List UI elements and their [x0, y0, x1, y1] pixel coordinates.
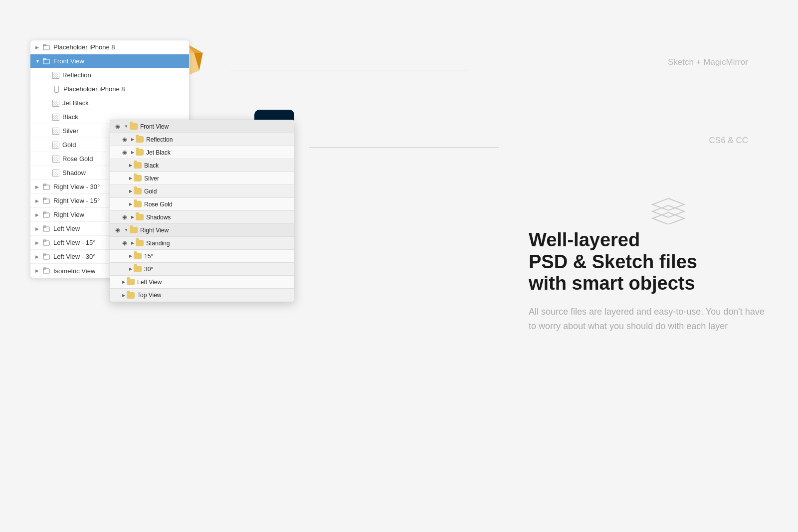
ps-layer-label: 30°	[144, 266, 291, 273]
ps-row-jet-black[interactable]: ▶ Jet Black	[110, 146, 294, 159]
ps-arrow-down: ▼	[124, 228, 128, 232]
slice-icon	[52, 128, 59, 135]
arrow-icon: ▶	[35, 226, 42, 231]
folder-icon	[136, 214, 144, 220]
slice-icon	[52, 142, 59, 149]
ps-layer-label: Black	[144, 162, 291, 169]
sketch-row-placeholder-root[interactable]: ▶ Placeholder iPhone 8	[30, 40, 189, 54]
ps-layer-label: Shadows	[146, 214, 291, 221]
sketch-row-placeholder-child[interactable]: ▶ Placeholder iPhone 8	[30, 82, 189, 96]
sketch-row-reflection[interactable]: ▶ Reflection	[30, 68, 189, 82]
folder-icon	[136, 136, 144, 143]
folder-icon	[134, 253, 142, 259]
ps-layer-label: Silver	[144, 175, 291, 182]
arrow-icon: ▶	[35, 184, 42, 189]
slice-icon	[52, 114, 59, 121]
sketch-layer-label: Front View	[53, 57, 189, 65]
visibility-eye-icon[interactable]	[120, 239, 129, 248]
slice-icon	[52, 156, 59, 163]
group-icon	[42, 43, 50, 51]
headline-text: Well-layered PSD & Sketch files with sma…	[529, 229, 768, 295]
ps-arrow-right: ▶	[131, 215, 134, 219]
arrow-icon: ▶	[35, 268, 42, 273]
ps-arrow-right: ▶	[129, 202, 132, 206]
folder-icon	[136, 149, 144, 156]
ps-layer-label: Rose Gold	[144, 201, 291, 208]
photoshop-layer-panel: ▼ Front View ▶ Reflection ▶ Jet Black ▶ …	[110, 120, 294, 302]
ps-row-left-view[interactable]: ▶ Left View	[110, 276, 294, 289]
ps-layer-label: 15°	[144, 253, 291, 260]
ps-layer-label: Top View	[137, 292, 291, 299]
sketch-layer-label: Placeholder iPhone 8	[53, 43, 189, 51]
ps-layer-label: Right View	[140, 227, 291, 234]
folder-icon	[134, 175, 142, 181]
ps-arrow-right: ▶	[129, 176, 132, 180]
layers-stacked-icon	[648, 194, 688, 224]
visibility-eye-icon[interactable]	[120, 148, 129, 157]
arrow-icon: ▶	[35, 198, 42, 203]
ps-row-right-view[interactable]: ▼ Right View	[110, 224, 294, 237]
ps-row-standing[interactable]: ▶ Standing	[110, 237, 294, 250]
folder-icon	[134, 201, 142, 207]
ps-row-rose-gold[interactable]: ▶ Rose Gold	[110, 198, 294, 211]
sketch-layer-label: Placeholder iPhone 8	[63, 85, 189, 93]
arrow-down-icon: ▼	[35, 59, 42, 64]
visibility-eye-icon[interactable]	[120, 213, 129, 222]
folder-icon	[134, 162, 142, 169]
folder-icon	[127, 279, 135, 285]
ps-arrow-right: ▶	[129, 189, 132, 193]
slice-icon	[52, 100, 59, 107]
group-icon	[42, 183, 50, 191]
slice-icon	[52, 170, 59, 177]
folder-icon	[134, 188, 142, 194]
svg-marker-24	[652, 198, 684, 210]
top-divider-line	[229, 70, 469, 70]
ps-layer-label: Front View	[140, 123, 291, 130]
group-icon	[42, 267, 50, 275]
sketch-row-jet-black[interactable]: ▶ Jet Black	[30, 96, 189, 110]
ps-row-reflection[interactable]: ▶ Reflection	[110, 133, 294, 146]
ps-row-15deg[interactable]: ▶ 15°	[110, 250, 294, 263]
ps-arrow-right: ▶	[129, 267, 132, 271]
ps-row-black[interactable]: ▶ Black	[110, 159, 294, 172]
ps-arrow-right: ▶	[131, 137, 134, 142]
ps-arrow-right: ▶	[122, 293, 125, 298]
sketch-row-front-view[interactable]: ▼ Front View	[30, 54, 189, 68]
ps-row-silver[interactable]: ▶ Silver	[110, 172, 294, 185]
ps-arrow-right: ▶	[131, 241, 134, 245]
folder-icon	[134, 266, 142, 272]
slice-icon	[52, 72, 59, 79]
visibility-eye-icon[interactable]	[113, 226, 122, 235]
visibility-eye-icon[interactable]	[120, 135, 129, 144]
sketch-layer-label: Reflection	[62, 71, 189, 79]
group-icon	[42, 253, 50, 261]
arrow-icon: ▶	[35, 45, 42, 50]
ps-row-top-view[interactable]: ▶ Top View	[110, 289, 294, 302]
ps-row-front-view[interactable]: ▼ Front View	[110, 120, 294, 133]
headline-section: Well-layered PSD & Sketch files with sma…	[529, 229, 768, 334]
ps-row-30deg[interactable]: ▶ 30°	[110, 263, 294, 276]
ps-arrow-right: ▶	[122, 280, 125, 284]
ps-row-gold[interactable]: ▶ Gold	[110, 185, 294, 198]
ps-arrow-right: ▶	[131, 150, 134, 155]
arrow-icon: ▶	[35, 240, 42, 245]
ps-row-shadows[interactable]: ▶ Shadows	[110, 211, 294, 224]
bottom-divider-line	[309, 147, 499, 148]
phone-icon	[52, 85, 60, 93]
arrow-icon: ▶	[35, 212, 42, 217]
ps-arrow-right: ▶	[129, 163, 132, 168]
sketch-app-label: Sketch + MagicMirror	[668, 57, 748, 67]
ps-layer-label: Jet Black	[146, 149, 291, 156]
ps-layer-label: Gold	[144, 188, 291, 195]
ps-layer-label: Standing	[146, 240, 291, 247]
visibility-eye-icon[interactable]	[113, 122, 122, 131]
group-icon	[42, 225, 50, 233]
ps-arrow-right: ▶	[129, 254, 132, 258]
ps-arrow-down: ▼	[124, 124, 128, 129]
folder-icon	[130, 227, 138, 233]
group-icon	[42, 197, 50, 205]
ps-app-label: CS6 & CC	[709, 136, 748, 146]
svg-marker-26	[652, 212, 684, 224]
group-icon	[42, 239, 50, 247]
folder-icon	[130, 123, 138, 130]
